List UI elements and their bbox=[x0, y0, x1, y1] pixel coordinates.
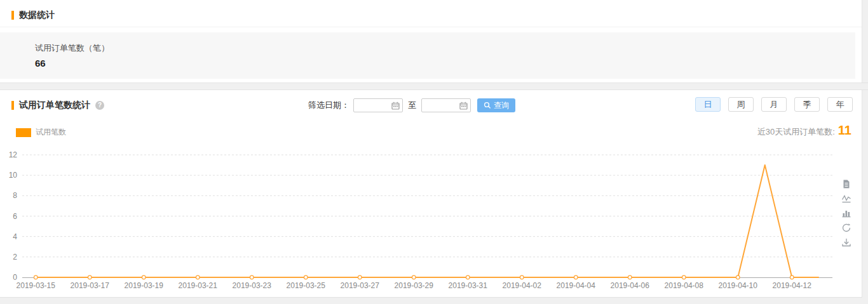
chart-card: 试用订单笔数统计 ? 筛选日期： 至 bbox=[0, 90, 862, 298]
svg-text:2019-03-21: 2019-03-21 bbox=[179, 281, 218, 290]
svg-text:8: 8 bbox=[13, 191, 17, 200]
end-date-box[interactable] bbox=[421, 98, 471, 112]
stats-title: 数据统计 bbox=[19, 10, 55, 21]
chart-section-title: 试用订单笔数统计 bbox=[19, 100, 90, 111]
svg-text:2019-04-10: 2019-04-10 bbox=[719, 281, 758, 290]
chart-section-header: 试用订单笔数统计 ? bbox=[11, 100, 104, 111]
stat-panel: 试用订单笔数（笔） 66 bbox=[0, 32, 855, 79]
query-button[interactable]: 查询 bbox=[477, 98, 515, 112]
svg-text:4: 4 bbox=[13, 232, 17, 241]
period-tab-0[interactable]: 日 bbox=[695, 97, 721, 112]
query-button-label: 查询 bbox=[494, 100, 509, 111]
svg-text:2019-03-31: 2019-03-31 bbox=[449, 281, 488, 290]
to-label: 至 bbox=[408, 100, 416, 111]
date-filter: 筛选日期： 至 bbox=[308, 98, 515, 112]
svg-text:2019-04-02: 2019-04-02 bbox=[503, 281, 542, 290]
period-tab-2[interactable]: 月 bbox=[761, 97, 787, 112]
svg-text:6: 6 bbox=[13, 212, 17, 221]
start-date-box[interactable] bbox=[353, 98, 403, 112]
search-icon bbox=[484, 102, 491, 109]
stats-card: 数据统计 试用订单笔数（笔） 66 bbox=[0, 0, 862, 83]
svg-text:2019-04-08: 2019-04-08 bbox=[665, 281, 704, 290]
period-tabs: 日周月季年 bbox=[688, 97, 853, 112]
chart-legend[interactable]: 试用笔数 bbox=[16, 127, 66, 138]
svg-text:2019-03-23: 2019-03-23 bbox=[233, 281, 272, 290]
svg-text:0: 0 bbox=[13, 273, 17, 282]
stat-value: 66 bbox=[35, 58, 855, 69]
svg-text:2019-03-15: 2019-03-15 bbox=[17, 281, 56, 290]
svg-text:2: 2 bbox=[13, 253, 17, 261]
save-image-icon[interactable] bbox=[841, 237, 851, 248]
svg-text:2019-04-12: 2019-04-12 bbox=[773, 281, 812, 290]
period-tab-4[interactable]: 年 bbox=[827, 97, 853, 112]
svg-text:2019-03-19: 2019-03-19 bbox=[125, 281, 164, 290]
stat-label: 试用订单笔数（笔） bbox=[35, 43, 855, 54]
series-line bbox=[36, 165, 819, 277]
bar-chart-icon[interactable] bbox=[841, 208, 851, 218]
svg-text:2019-03-25: 2019-03-25 bbox=[287, 281, 326, 290]
svg-text:2019-04-04: 2019-04-04 bbox=[557, 281, 596, 290]
summary-label: 近30天试用订单笔数: bbox=[757, 126, 835, 138]
restore-icon[interactable] bbox=[841, 223, 851, 233]
chart-toolbox bbox=[841, 179, 851, 252]
svg-text:12: 12 bbox=[9, 150, 18, 159]
svg-text:2019-04-06: 2019-04-06 bbox=[611, 281, 650, 290]
stats-header: 数据统计 bbox=[0, 0, 862, 27]
svg-text:2019-03-17: 2019-03-17 bbox=[71, 281, 110, 290]
calendar-icon[interactable] bbox=[459, 102, 468, 110]
chart-canvas[interactable]: 0246810122019-03-152019-03-172019-03-192… bbox=[0, 146, 862, 295]
period-tab-3[interactable]: 季 bbox=[794, 97, 820, 112]
line-chart[interactable]: 0246810122019-03-152019-03-172019-03-192… bbox=[0, 146, 862, 295]
section-divider bbox=[0, 83, 868, 90]
legend-label: 试用笔数 bbox=[36, 127, 66, 138]
summary: 近30天试用订单笔数: 11 bbox=[757, 123, 851, 138]
date-filter-label: 筛选日期： bbox=[308, 100, 349, 111]
line-chart-icon[interactable] bbox=[841, 194, 851, 204]
help-icon[interactable]: ? bbox=[95, 101, 104, 110]
summary-value: 11 bbox=[838, 123, 851, 138]
accent-bar bbox=[11, 101, 14, 110]
y-axis-labels: 024681012 bbox=[9, 150, 18, 282]
legend-swatch bbox=[16, 128, 31, 137]
calendar-icon[interactable] bbox=[391, 102, 400, 110]
start-date-input[interactable] bbox=[354, 99, 391, 112]
x-axis-labels: 2019-03-152019-03-172019-03-192019-03-21… bbox=[17, 281, 812, 290]
end-date-input[interactable] bbox=[422, 99, 459, 112]
svg-text:2019-03-27: 2019-03-27 bbox=[341, 281, 380, 290]
data-view-icon[interactable] bbox=[841, 179, 851, 189]
svg-text:10: 10 bbox=[9, 171, 18, 180]
grid-lines bbox=[22, 155, 832, 257]
svg-text:2019-03-29: 2019-03-29 bbox=[395, 281, 434, 290]
period-tab-1[interactable]: 周 bbox=[728, 97, 754, 112]
accent-bar bbox=[11, 11, 14, 20]
